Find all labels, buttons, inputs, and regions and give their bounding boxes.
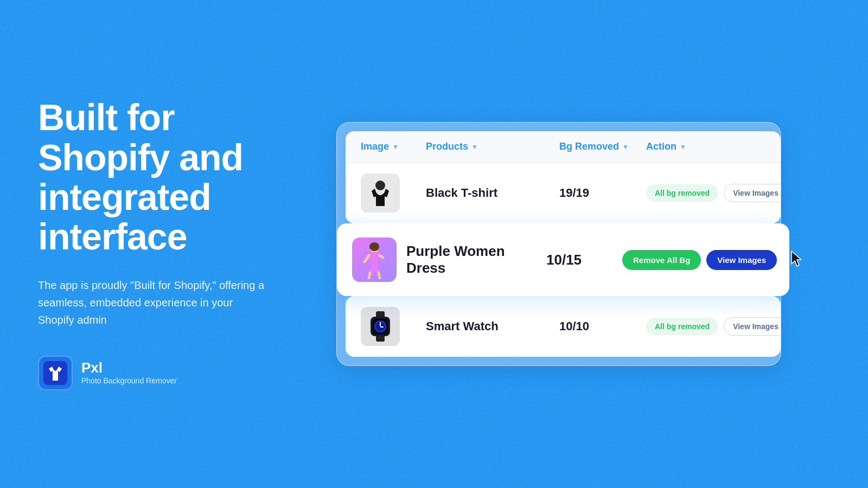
svg-rect-13	[380, 322, 381, 326]
svg-rect-14	[380, 326, 384, 328]
brand-icon	[38, 356, 73, 390]
all-bg-removed-button[interactable]: All bg removed	[646, 184, 718, 202]
chevron-down-icon: ▼	[471, 143, 478, 151]
smart-watch-svg	[361, 307, 400, 346]
view-images-button-watch[interactable]: View Images	[724, 317, 781, 336]
view-images-button-purple[interactable]: View Images	[706, 250, 777, 270]
product-count-purple-dress: 10/15	[546, 252, 622, 268]
product-thumbnail-smart-watch	[361, 307, 400, 346]
brand-text-group: Pxl Photo Background Remover	[81, 361, 177, 385]
product-name-purple-dress: Purple Women Dress	[406, 243, 546, 277]
table-inner-card: Image ▼ Products ▼ Bg Removed ▼ Action ▼	[346, 131, 781, 223]
product-count-smart-watch: 10/10	[559, 319, 646, 333]
brand-row: Pxl Photo Background Remover	[38, 356, 288, 390]
cursor-icon	[789, 250, 805, 267]
col-header-image[interactable]: Image ▼	[361, 141, 426, 152]
highlighted-row-container: Purple Women Dress 10/15 Remove All Bg V…	[337, 223, 789, 296]
chevron-down-icon: ▼	[680, 143, 686, 151]
action-cell-black-tshirt: All bg removed View Images	[646, 184, 765, 202]
product-name-smart-watch: Smart Watch	[426, 319, 559, 333]
col-header-products[interactable]: Products ▼	[426, 141, 559, 152]
col-header-bg-removed[interactable]: Bg Removed ▼	[559, 141, 646, 152]
product-table-card: Image ▼ Products ▼ Bg Removed ▼ Action ▼	[336, 122, 781, 366]
all-bg-removed-button-watch[interactable]: All bg removed	[646, 318, 718, 335]
action-cell-smart-watch: All bg removed View Images	[646, 317, 765, 336]
product-thumbnail-black-tshirt	[361, 174, 400, 213]
subtext: The app is proudly "Built for Shopify," …	[38, 277, 266, 329]
product-name-black-tshirt: Black T-shirt	[426, 186, 559, 200]
col-header-action[interactable]: Action ▼	[646, 141, 765, 152]
action-cell-purple-dress: Remove All Bg View Images	[622, 250, 774, 270]
remove-all-bg-button[interactable]: Remove All Bg	[622, 250, 701, 270]
chevron-down-icon: ▼	[392, 143, 399, 151]
svg-rect-1	[361, 174, 400, 213]
product-count-black-tshirt: 19/19	[559, 186, 646, 200]
brand-tagline: Photo Background Remover	[81, 376, 177, 385]
tshirt-icon	[43, 361, 67, 385]
product-thumbnail-purple-dress	[352, 237, 397, 282]
svg-point-2	[375, 181, 385, 190]
right-panel: Image ▼ Products ▼ Bg Removed ▼ Action ▼	[326, 0, 868, 488]
table-row: Black T-shirt 19/19 All bg removed View …	[346, 163, 781, 223]
headline: Built for Shopify and integrated interfa…	[38, 98, 288, 257]
chevron-down-icon: ▼	[622, 143, 629, 151]
highlighted-table-row: Purple Women Dress 10/15 Remove All Bg V…	[337, 223, 789, 296]
purple-dress-svg	[355, 240, 394, 279]
row3-card: Smart Watch 10/10 All bg removed View Im…	[346, 296, 781, 357]
svg-point-5	[369, 242, 379, 251]
view-images-button[interactable]: View Images	[724, 184, 781, 202]
cursor-indicator	[789, 250, 805, 269]
brand-name: Pxl	[81, 361, 177, 375]
left-panel: Built for Shopify and integrated interfa…	[0, 0, 326, 488]
table-row-smart-watch: Smart Watch 10/10 All bg removed View Im…	[346, 296, 781, 357]
black-tshirt-svg	[361, 174, 400, 213]
table-header: Image ▼ Products ▼ Bg Removed ▼ Action ▼	[346, 131, 781, 163]
